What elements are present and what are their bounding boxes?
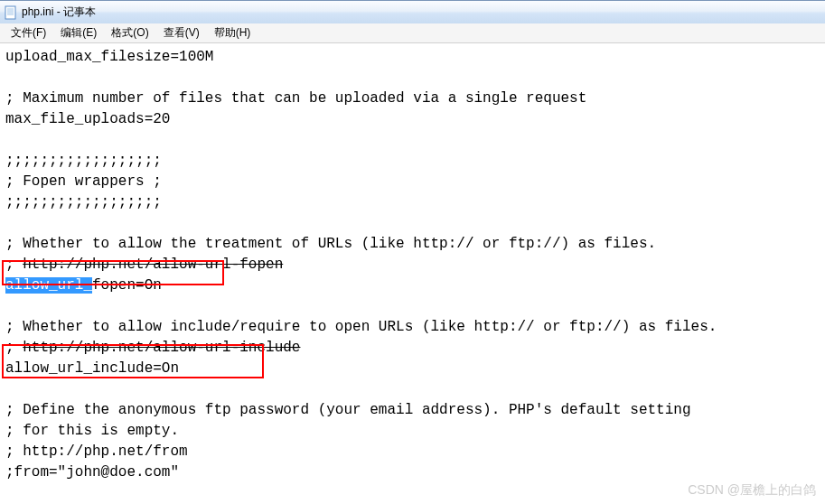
text-line xyxy=(5,379,820,400)
text-line xyxy=(5,68,820,89)
text-line xyxy=(5,130,820,151)
text-line: upload_max_filesize=100M xyxy=(5,47,820,68)
menu-bar: 文件(F) 编辑(E) 格式(O) 查看(V) 帮助(H) xyxy=(0,23,825,43)
text-line: ; Whether to allow include/require to op… xyxy=(5,317,820,338)
text-line: ; Define the anonymous ftp password (you… xyxy=(5,400,820,421)
text-selection: allow_url_ xyxy=(5,277,92,294)
text-line: ;;;;;;;;;;;;;;;;;; xyxy=(5,192,820,213)
window-title: php.ini - 记事本 xyxy=(22,5,96,20)
text-line: ; Maximum number of files that can be up… xyxy=(5,89,820,109)
text-line: ; http://php.net/allow-url-include xyxy=(5,338,820,359)
struck-url: http://php.net/allow-url-include xyxy=(23,340,300,356)
struck-url: http://php.net/allow-url-fopen xyxy=(23,257,283,273)
text-line: ; http://php.net/from xyxy=(5,442,820,462)
text-line xyxy=(5,213,820,234)
watermark: CSDN @屋檐上的白鸽 xyxy=(688,482,816,499)
text-line: ; http://php.net/allow-url-fopen xyxy=(5,255,820,275)
text-line: ; for this is empty. xyxy=(5,421,820,442)
menu-view[interactable]: 查看(V) xyxy=(156,23,207,42)
text-line: allow_url_fopen=On xyxy=(5,275,820,296)
text-line: ; Fopen wrappers ; xyxy=(5,172,820,192)
text-line: ; Whether to allow the treatment of URLs… xyxy=(5,234,820,255)
text-line: max_file_uploads=20 xyxy=(5,109,820,130)
text-line xyxy=(5,296,820,317)
menu-format[interactable]: 格式(O) xyxy=(104,23,155,42)
text-line: allow_url_include=On xyxy=(5,359,820,379)
menu-help[interactable]: 帮助(H) xyxy=(207,23,258,42)
text-line: ;;;;;;;;;;;;;;;;;; xyxy=(5,151,820,172)
notepad-icon xyxy=(4,5,18,20)
menu-file[interactable]: 文件(F) xyxy=(4,23,53,42)
text-content[interactable]: upload_max_filesize=100M; Maximum number… xyxy=(0,43,825,504)
text-line: ;from="john@doe.com" xyxy=(5,462,820,483)
title-bar: php.ini - 记事本 xyxy=(0,0,825,23)
menu-edit[interactable]: 编辑(E) xyxy=(53,23,104,42)
